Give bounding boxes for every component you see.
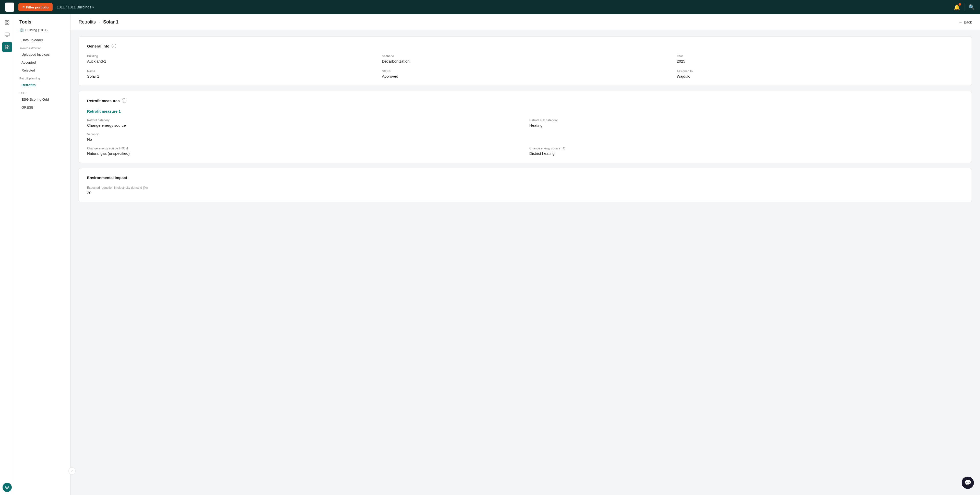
- search-button[interactable]: 🔍: [969, 4, 975, 10]
- nav-monitor-icon[interactable]: [2, 30, 12, 40]
- top-navigation: ≡ Filter portfolio 1011 / 1011 Buildings…: [0, 0, 980, 14]
- breadcrumb-root: Retrofits: [79, 19, 96, 25]
- sidebar-item-rejected[interactable]: Rejected: [14, 67, 70, 74]
- sidebar-item-retrofits[interactable]: Retrofits: [14, 81, 70, 89]
- svg-rect-2: [7, 7, 10, 10]
- nav-tools-icon[interactable]: [2, 42, 12, 52]
- svg-rect-7: [7, 23, 9, 24]
- user-avatar[interactable]: AA: [3, 483, 12, 492]
- nav-grid-icon[interactable]: [2, 18, 12, 28]
- nav-divider: [964, 3, 964, 11]
- buildings-selector[interactable]: 1011 / 1011 Buildings ▾: [57, 5, 94, 9]
- svg-rect-6: [5, 23, 6, 24]
- sidebar-section-esg: ESG: [14, 89, 70, 95]
- field-scenario: Scenario Decarbonization: [382, 54, 669, 63]
- field-retrofit-sub-category: Retrofit sub category Heating: [529, 118, 963, 127]
- chat-icon: 💬: [964, 479, 971, 486]
- content-area: Retrofits · Solar 1 ← Back General info …: [70, 14, 980, 495]
- retrofit-measures-info-icon[interactable]: i: [122, 98, 126, 103]
- sidebar-item-accepted[interactable]: Accepted: [14, 59, 70, 67]
- breadcrumb-current: Solar 1: [103, 19, 118, 25]
- sidebar-item-data-uploader[interactable]: Data uploader: [14, 36, 70, 44]
- notifications-button[interactable]: 🔔: [954, 4, 960, 10]
- measure-1-title: Retrofit measure 1: [87, 109, 963, 113]
- sidebar: Tools 🏢 Building (1011) Data uploader In…: [14, 14, 70, 495]
- field-retrofit-category: Retrofit category Change energy source: [87, 118, 521, 127]
- filter-icon: ≡: [22, 5, 24, 9]
- svg-rect-4: [5, 21, 6, 22]
- general-info-title: General info i: [87, 44, 963, 48]
- field-electricity-demand: Expected reduction in electricity demand…: [87, 186, 963, 195]
- sidebar-item-uploaded-invoices[interactable]: Uploaded invoices: [14, 51, 70, 59]
- field-assigned-to: Assigned to Wajdi.K: [677, 70, 963, 78]
- breadcrumb-separator: ·: [99, 19, 100, 25]
- search-icon: 🔍: [969, 4, 975, 10]
- measure-1-vacancy: Vacancy No: [87, 132, 963, 142]
- sidebar-item-esg-scoring-grid[interactable]: ESG Scoring Grid: [14, 95, 70, 103]
- sidebar-section-invoice: Invoice extraction: [14, 44, 70, 51]
- svg-rect-3: [10, 7, 12, 10]
- svg-rect-11: [7, 45, 9, 46]
- chat-widget-button[interactable]: 💬: [962, 477, 974, 489]
- svg-rect-9: [5, 45, 7, 47]
- field-energy-source-from: Change energy source FROM Natural gas (u…: [87, 146, 521, 156]
- breadcrumb: Retrofits · Solar 1: [79, 19, 118, 25]
- svg-rect-8: [5, 33, 9, 36]
- sidebar-section-retrofit-planning: Retrofit planning: [14, 74, 70, 81]
- measure-1-fields: Retrofit category Change energy source R…: [87, 118, 963, 127]
- general-info-fields: Building Auckland-1 Scenario Decarboniza…: [87, 54, 963, 78]
- field-energy-source-to: Change energy source TO District heating: [529, 146, 963, 156]
- svg-rect-12: [7, 47, 9, 49]
- general-info-card: General info i Building Auckland-1 Scena…: [79, 36, 972, 86]
- notification-badge: [959, 3, 961, 6]
- chevron-left-icon: ‹: [72, 469, 73, 473]
- field-year: Year 2025: [677, 54, 963, 63]
- field-name: Name Solar 1: [87, 70, 374, 78]
- retrofit-measures-title: Retrofit measures i: [87, 98, 963, 103]
- filter-portfolio-button[interactable]: ≡ Filter portfolio: [18, 3, 52, 11]
- environmental-impact-title: Environmental impact: [87, 175, 963, 180]
- app-logo: [5, 3, 14, 12]
- svg-rect-0: [7, 5, 10, 7]
- sidebar-building: 🏢 Building (1011): [14, 28, 70, 36]
- sidebar-title: Tools: [14, 19, 70, 28]
- arrow-left-icon: ←: [959, 20, 963, 24]
- icon-rail: AA: [0, 14, 14, 495]
- collapse-sidebar-button[interactable]: ‹: [68, 467, 76, 474]
- measure-1-energy-source: Change energy source FROM Natural gas (u…: [87, 146, 963, 156]
- general-info-icon[interactable]: i: [111, 44, 116, 48]
- environmental-impact-card: Environmental impact Expected reduction …: [79, 168, 972, 202]
- retrofit-measures-card: Retrofit measures i Retrofit measure 1 R…: [79, 91, 972, 163]
- building-icon: 🏢: [19, 28, 24, 32]
- back-button[interactable]: ← Back: [959, 20, 972, 24]
- svg-rect-5: [7, 21, 9, 22]
- field-building: Building Auckland-1: [87, 54, 374, 63]
- svg-rect-1: [10, 5, 12, 7]
- sidebar-item-gresb[interactable]: GRESB: [14, 103, 70, 111]
- content-body: General info i Building Auckland-1 Scena…: [70, 30, 980, 209]
- page-header: Retrofits · Solar 1 ← Back: [70, 14, 980, 30]
- svg-rect-10: [5, 48, 7, 49]
- field-status: Status Approved: [382, 70, 669, 78]
- chevron-down-icon: ▾: [92, 5, 94, 9]
- field-vacancy: Vacancy No: [87, 132, 521, 142]
